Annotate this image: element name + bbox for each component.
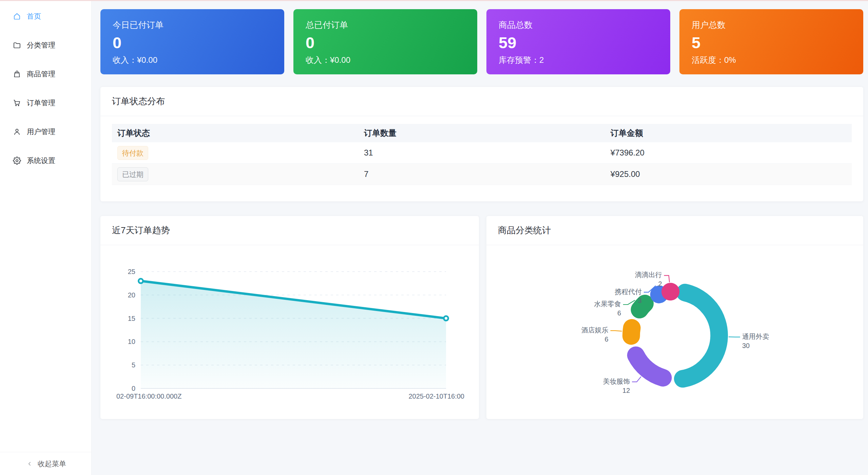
sidebar-item-orders[interactable]: 订单管理 — [0, 88, 91, 117]
stat-title: 用户总数 — [692, 19, 851, 31]
category-donut-chart[interactable]: 通用外卖30美妆服饰12酒店娱乐6水果零食6携程代付3滴滴出行2 — [486, 245, 863, 419]
svg-text:滴滴出行: 滴滴出行 — [635, 271, 662, 278]
stat-card-today-paid-orders: 今日已付订单 0 收入：¥0.00 — [100, 9, 284, 74]
sidebar-item-label: 订单管理 — [27, 98, 55, 108]
order-status-panel-title: 订单状态分布 — [100, 87, 863, 116]
sidebar-item-products[interactable]: 商品管理 — [0, 59, 91, 88]
folder-icon — [13, 41, 21, 49]
stat-subtitle: 活跃度：0% — [692, 55, 851, 66]
order-trend-panel: 近7天订单趋势 051015202502-09T16:00:00.000Z202… — [100, 216, 479, 419]
stat-subtitle: 库存预警：2 — [499, 55, 658, 66]
chevron-left-icon — [26, 461, 33, 467]
stat-card-total-users: 用户总数 5 活跃度：0% — [679, 9, 863, 74]
svg-text:2: 2 — [658, 280, 662, 288]
column-header-status: 订单状态 — [112, 128, 359, 139]
svg-text:12: 12 — [622, 387, 630, 394]
stat-subtitle: 收入：¥0.00 — [306, 55, 465, 66]
svg-text:30: 30 — [742, 342, 750, 349]
stat-subtitle: 收入：¥0.00 — [113, 55, 272, 66]
charts-row: 近7天订单趋势 051015202502-09T16:00:00.000Z202… — [100, 216, 863, 419]
shopping-cart-icon — [13, 99, 21, 107]
gear-icon — [13, 157, 21, 165]
column-header-count: 订单数量 — [359, 128, 605, 139]
stat-card-total-products: 商品总数 59 库存预警：2 — [486, 9, 670, 74]
svg-text:3: 3 — [638, 297, 642, 304]
sidebar-item-label: 商品管理 — [27, 69, 55, 79]
stat-value: 5 — [692, 34, 851, 52]
status-badge: 待付款 — [117, 146, 148, 160]
collapse-menu-button[interactable]: 收起菜单 — [0, 452, 91, 475]
svg-text:携程代付: 携程代付 — [615, 288, 642, 295]
collapse-menu-label: 收起菜单 — [38, 459, 66, 469]
amount-cell: ¥7396.20 — [605, 148, 852, 158]
category-stats-panel: 商品分类统计 通用外卖30美妆服饰12酒店娱乐6水果零食6携程代付3滴滴出行2 — [486, 216, 863, 419]
count-cell: 7 — [359, 169, 605, 179]
category-stats-title: 商品分类统计 — [486, 216, 863, 245]
order-status-table: 订单状态 订单数量 订单金额 待付款 31 ¥7396.20 已过期 — [112, 124, 852, 185]
svg-text:6: 6 — [617, 309, 621, 317]
stat-value: 0 — [306, 34, 465, 52]
sidebar-item-label: 系统设置 — [27, 156, 55, 165]
sidebar: 首页 分类管理 商品管理 订单管理 — [0, 1, 92, 475]
donut-chart-svg: 通用外卖30美妆服饰12酒店娱乐6水果零食6携程代付3滴滴出行2 — [486, 245, 863, 419]
main-content: 今日已付订单 0 收入：¥0.00 总已付订单 0 收入：¥0.00 商品总数 … — [92, 1, 868, 475]
count-cell: 31 — [359, 148, 605, 158]
svg-text:15: 15 — [128, 315, 135, 322]
line-chart-svg: 051015202502-09T16:00:00.000Z2025-02-10T… — [100, 245, 479, 419]
svg-text:20: 20 — [128, 291, 135, 299]
sidebar-item-categories[interactable]: 分类管理 — [0, 31, 91, 59]
status-badge: 已过期 — [117, 167, 148, 181]
svg-text:美妆服饰: 美妆服饰 — [603, 378, 630, 385]
svg-text:6: 6 — [605, 335, 609, 343]
order-trend-line-chart[interactable]: 051015202502-09T16:00:00.000Z2025-02-10T… — [100, 245, 479, 419]
stat-title: 今日已付订单 — [113, 19, 272, 31]
svg-text:0: 0 — [132, 385, 135, 392]
svg-text:酒店娱乐: 酒店娱乐 — [581, 326, 609, 334]
svg-text:10: 10 — [128, 338, 135, 345]
dashboard-page: 首页 分类管理 商品管理 订单管理 — [0, 0, 868, 475]
sidebar-item-users[interactable]: 用户管理 — [0, 117, 91, 146]
home-icon — [13, 12, 21, 20]
status-cell: 已过期 — [112, 167, 359, 181]
svg-text:02-09T16:00:00.000Z: 02-09T16:00:00.000Z — [116, 392, 181, 400]
body-wrap: 首页 分类管理 商品管理 订单管理 — [0, 1, 868, 475]
amount-cell: ¥925.00 — [605, 169, 852, 179]
stat-card-row: 今日已付订单 0 收入：¥0.00 总已付订单 0 收入：¥0.00 商品总数 … — [100, 9, 863, 74]
stat-title: 总已付订单 — [306, 19, 465, 31]
svg-text:2025-02-10T16:00: 2025-02-10T16:00 — [408, 392, 464, 400]
column-header-amount: 订单金额 — [605, 128, 852, 139]
sidebar-item-label: 首页 — [27, 12, 41, 21]
svg-text:水果零食: 水果零食 — [594, 300, 621, 308]
sidebar-item-label: 分类管理 — [27, 40, 55, 50]
svg-text:通用外卖: 通用外卖 — [742, 333, 769, 340]
sidebar-item-settings[interactable]: 系统设置 — [0, 146, 91, 175]
sidebar-item-home[interactable]: 首页 — [0, 2, 91, 31]
stat-card-total-paid-orders: 总已付订单 0 收入：¥0.00 — [293, 9, 477, 74]
stat-value: 59 — [499, 34, 658, 52]
stat-title: 商品总数 — [499, 19, 658, 31]
sidebar-item-label: 用户管理 — [27, 127, 55, 136]
stat-value: 0 — [113, 34, 272, 52]
status-cell: 待付款 — [112, 146, 359, 160]
user-icon — [13, 128, 21, 136]
table-row: 已过期 7 ¥925.00 — [112, 164, 852, 185]
shopping-bag-icon — [13, 70, 21, 78]
svg-text:5: 5 — [132, 361, 135, 369]
table-row: 待付款 31 ¥7396.20 — [112, 142, 852, 164]
svg-text:25: 25 — [128, 268, 135, 275]
table-header-row: 订单状态 订单数量 订单金额 — [112, 124, 852, 142]
order-status-panel: 订单状态分布 订单状态 订单数量 订单金额 待付款 31 ¥7396.20 — [100, 87, 863, 201]
order-trend-title: 近7天订单趋势 — [100, 216, 479, 245]
